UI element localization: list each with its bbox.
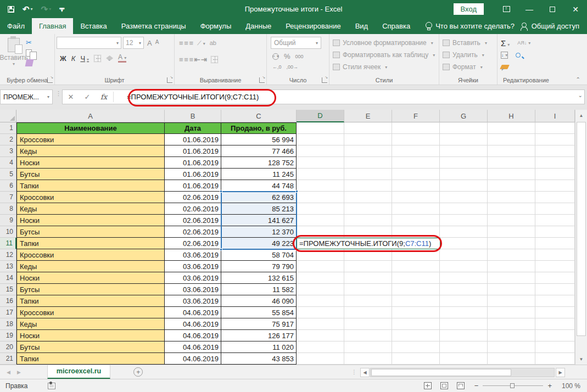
cell-empty[interactable] (488, 157, 535, 169)
cell-empty[interactable] (535, 226, 575, 238)
row-header-13[interactable]: 13 (0, 261, 16, 272)
cell-empty[interactable] (488, 295, 535, 307)
cell-date[interactable]: 03.06.2019 (165, 261, 221, 272)
cell-empty[interactable] (535, 249, 575, 261)
row-header-8[interactable]: 8 (0, 203, 16, 215)
cell-date[interactable]: 01.06.2019 (165, 145, 221, 157)
cell-empty[interactable] (344, 295, 392, 307)
cell-empty[interactable] (344, 353, 392, 365)
cell-empty[interactable] (392, 261, 440, 272)
cell-empty[interactable] (440, 238, 488, 249)
cell-date[interactable]: 04.06.2019 (165, 353, 221, 365)
cell-value[interactable]: 44 748 (221, 180, 297, 192)
cell-empty[interactable] (440, 203, 488, 215)
row-header-2[interactable]: 2 (0, 134, 16, 145)
row-header-17[interactable]: 17 (0, 307, 16, 318)
cell-value[interactable]: 126 177 (221, 330, 297, 341)
cell-empty[interactable] (488, 203, 535, 215)
tab-insert[interactable]: Вставка (73, 18, 114, 34)
cell-empty[interactable] (392, 215, 440, 226)
decrease-decimal-button[interactable]: ,00→ (287, 64, 299, 70)
cell-value[interactable]: 79 790 (221, 261, 297, 272)
column-header-I[interactable]: I (535, 110, 575, 122)
number-dialog-launcher[interactable] (322, 77, 327, 83)
cell-empty[interactable] (392, 295, 440, 307)
cell-empty[interactable] (440, 272, 488, 284)
cell-empty[interactable] (535, 330, 575, 341)
column-header-G[interactable]: G (440, 110, 488, 122)
tab-page-layout[interactable]: Разметка страницы (114, 18, 193, 34)
borders-button[interactable] (94, 55, 101, 62)
underline-button[interactable]: Ч (80, 54, 89, 63)
cell-empty[interactable] (392, 169, 440, 180)
cell-value[interactable]: 85 213 (221, 203, 297, 215)
cell-empty[interactable] (440, 122, 488, 134)
cell-empty[interactable] (392, 272, 440, 284)
number-format-select[interactable]: Общий▾ (271, 37, 321, 49)
hscroll-right-icon[interactable]: ▶ (556, 368, 565, 377)
cell-empty[interactable] (297, 295, 344, 307)
header-cell-sold[interactable]: Продано, в руб. (221, 122, 297, 134)
copy-button[interactable] (26, 49, 32, 57)
cell-empty[interactable] (488, 261, 535, 272)
tab-home[interactable]: Главная (32, 18, 73, 34)
cell-empty[interactable] (440, 134, 488, 145)
comma-style-button[interactable]: 000 (295, 54, 304, 59)
column-header-F[interactable]: F (392, 110, 440, 122)
cancel-button[interactable]: ✕ (63, 93, 79, 101)
row-header-5[interactable]: 5 (0, 169, 16, 180)
cell-empty[interactable] (297, 145, 344, 157)
page-break-view-button[interactable] (457, 382, 465, 389)
cell-empty[interactable] (535, 145, 575, 157)
cell-value[interactable]: 128 752 (221, 157, 297, 169)
cell-empty[interactable] (344, 284, 392, 295)
undo-button[interactable]: ↶▾ (23, 5, 33, 13)
zoom-slider[interactable] (483, 385, 543, 386)
cell-name[interactable]: Тапки (16, 238, 165, 249)
cell-empty[interactable] (344, 249, 392, 261)
row-header-21[interactable]: 21 (0, 353, 16, 365)
horizontal-scrollbar[interactable] (370, 368, 555, 377)
ribbon-display-options-button[interactable] (495, 0, 518, 18)
cell-empty[interactable] (344, 180, 392, 192)
cell-empty[interactable] (488, 249, 535, 261)
cell-empty[interactable] (297, 180, 344, 192)
cell-empty[interactable] (488, 215, 535, 226)
increase-decimal-button[interactable]: ←,0 (272, 64, 282, 70)
cell-name[interactable]: Бутсы (16, 284, 165, 295)
cell-name[interactable]: Кроссовки (16, 192, 165, 203)
cell-empty[interactable] (535, 353, 575, 365)
formula-bar-grip[interactable]: ⋮ (55, 92, 62, 95)
cell-name[interactable]: Кеды (16, 261, 165, 272)
sheet-prev-icon[interactable]: ◀ (7, 369, 10, 375)
cell-value[interactable]: 62 693 (221, 192, 297, 203)
cell-value[interactable]: 55 854 (221, 307, 297, 318)
cell-date[interactable]: 04.06.2019 (165, 341, 221, 353)
cell-empty[interactable] (392, 249, 440, 261)
cell-date[interactable]: 04.06.2019 (165, 330, 221, 341)
cell-empty[interactable] (392, 180, 440, 192)
cell-empty[interactable] (440, 341, 488, 353)
cell-empty[interactable] (392, 203, 440, 215)
clear-button[interactable] (500, 65, 510, 69)
orientation-button[interactable]: ⟋ (197, 40, 205, 47)
format-as-table-button[interactable]: Форматировать как таблицу (333, 49, 437, 61)
cell-empty[interactable] (440, 353, 488, 365)
tab-help[interactable]: Справка (375, 18, 417, 34)
zoom-slider-thumb[interactable] (510, 383, 515, 388)
grow-font-button[interactable]: А (147, 39, 152, 47)
font-dialog-launcher[interactable] (167, 77, 172, 83)
cell-name[interactable]: Бутсы (16, 341, 165, 353)
paste-button[interactable]: Вставить ▾ (2, 37, 26, 75)
cell-empty[interactable] (535, 180, 575, 192)
cell-empty[interactable] (297, 134, 344, 145)
cell-empty[interactable] (440, 215, 488, 226)
delete-cells-button[interactable]: Удалить (443, 49, 495, 61)
cell-empty[interactable] (535, 307, 575, 318)
cell-empty[interactable] (535, 134, 575, 145)
fill-button[interactable]: ↓ (501, 52, 508, 59)
autosum-button[interactable]: Σ (501, 38, 510, 48)
cell-empty[interactable] (297, 157, 344, 169)
cell-empty[interactable] (392, 226, 440, 238)
row-header-7[interactable]: 7 (0, 192, 16, 203)
